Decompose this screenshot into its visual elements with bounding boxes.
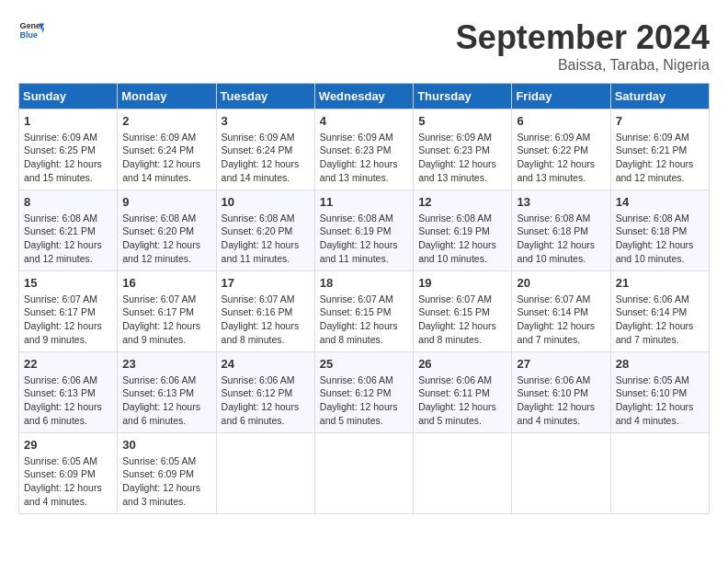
day-number: 7	[616, 113, 704, 130]
calendar-cell	[512, 433, 610, 514]
day-number: 26	[418, 356, 506, 373]
calendar-cell: 29Sunrise: 6:05 AMSunset: 6:09 PMDayligh…	[19, 433, 118, 514]
header-day-monday: Monday	[118, 84, 216, 109]
day-info: Sunrise: 6:09 AMSunset: 6:24 PMDaylight:…	[222, 132, 300, 184]
calendar-cell: 18Sunrise: 6:07 AMSunset: 6:15 PMDayligh…	[314, 271, 413, 352]
day-number: 22	[24, 356, 112, 373]
day-number: 29	[24, 437, 112, 454]
day-number: 12	[418, 194, 506, 211]
calendar-cell: 1Sunrise: 6:09 AMSunset: 6:25 PMDaylight…	[19, 109, 118, 190]
day-info: Sunrise: 6:08 AMSunset: 6:19 PMDaylight:…	[320, 213, 398, 265]
day-number: 16	[122, 275, 210, 292]
svg-text:Blue: Blue	[19, 30, 38, 40]
day-info: Sunrise: 6:09 AMSunset: 6:21 PMDaylight:…	[616, 132, 694, 184]
calendar-cell: 25Sunrise: 6:06 AMSunset: 6:12 PMDayligh…	[314, 352, 413, 433]
header-day-sunday: Sunday	[19, 84, 118, 109]
calendar-cell: 17Sunrise: 6:07 AMSunset: 6:16 PMDayligh…	[216, 271, 314, 352]
logo-icon: General Blue	[18, 18, 44, 44]
calendar-cell	[314, 433, 413, 514]
calendar-body: 1Sunrise: 6:09 AMSunset: 6:25 PMDaylight…	[19, 109, 710, 514]
day-info: Sunrise: 6:05 AMSunset: 6:10 PMDaylight:…	[616, 374, 694, 427]
calendar-cell: 22Sunrise: 6:06 AMSunset: 6:13 PMDayligh…	[19, 352, 118, 433]
calendar-cell: 6Sunrise: 6:09 AMSunset: 6:22 PMDaylight…	[512, 109, 610, 190]
calendar-cell	[610, 433, 709, 514]
day-info: Sunrise: 6:07 AMSunset: 6:16 PMDaylight:…	[222, 293, 300, 346]
day-info: Sunrise: 6:06 AMSunset: 6:13 PMDaylight:…	[24, 374, 102, 427]
calendar-cell: 8Sunrise: 6:08 AMSunset: 6:21 PMDaylight…	[19, 190, 118, 271]
calendar-cell: 28Sunrise: 6:05 AMSunset: 6:10 PMDayligh…	[610, 352, 709, 433]
calendar-cell: 2Sunrise: 6:09 AMSunset: 6:24 PMDaylight…	[118, 109, 216, 190]
calendar-cell: 19Sunrise: 6:07 AMSunset: 6:15 PMDayligh…	[414, 271, 512, 352]
day-number: 10	[222, 194, 310, 211]
calendar-cell: 26Sunrise: 6:06 AMSunset: 6:11 PMDayligh…	[414, 352, 512, 433]
day-info: Sunrise: 6:09 AMSunset: 6:23 PMDaylight:…	[418, 132, 496, 184]
day-number: 4	[320, 113, 408, 130]
calendar-cell: 21Sunrise: 6:06 AMSunset: 6:14 PMDayligh…	[610, 271, 709, 352]
day-number: 28	[616, 356, 704, 373]
day-number: 3	[222, 113, 310, 130]
calendar-cell: 10Sunrise: 6:08 AMSunset: 6:20 PMDayligh…	[216, 190, 314, 271]
calendar-table: SundayMondayTuesdayWednesdayThursdayFrid…	[18, 83, 710, 514]
day-info: Sunrise: 6:07 AMSunset: 6:15 PMDaylight:…	[320, 293, 398, 346]
calendar-cell: 12Sunrise: 6:08 AMSunset: 6:19 PMDayligh…	[414, 190, 512, 271]
calendar-cell	[216, 433, 314, 514]
day-info: Sunrise: 6:06 AMSunset: 6:11 PMDaylight:…	[418, 374, 496, 427]
day-number: 1	[24, 113, 112, 130]
day-info: Sunrise: 6:06 AMSunset: 6:12 PMDaylight:…	[222, 374, 300, 427]
day-number: 13	[517, 194, 605, 211]
calendar-cell: 23Sunrise: 6:06 AMSunset: 6:13 PMDayligh…	[118, 352, 216, 433]
calendar-header: SundayMondayTuesdayWednesdayThursdayFrid…	[19, 84, 710, 109]
calendar-cell: 4Sunrise: 6:09 AMSunset: 6:23 PMDaylight…	[314, 109, 413, 190]
week-row-5: 29Sunrise: 6:05 AMSunset: 6:09 PMDayligh…	[19, 433, 710, 514]
calendar-cell: 14Sunrise: 6:08 AMSunset: 6:18 PMDayligh…	[610, 190, 709, 271]
logo: General Blue	[18, 18, 44, 44]
day-info: Sunrise: 6:08 AMSunset: 6:19 PMDaylight:…	[418, 213, 496, 265]
calendar-cell: 7Sunrise: 6:09 AMSunset: 6:21 PMDaylight…	[610, 109, 709, 190]
calendar-cell: 15Sunrise: 6:07 AMSunset: 6:17 PMDayligh…	[19, 271, 118, 352]
day-number: 15	[24, 275, 112, 292]
day-info: Sunrise: 6:08 AMSunset: 6:21 PMDaylight:…	[24, 213, 102, 265]
header-row: SundayMondayTuesdayWednesdayThursdayFrid…	[19, 84, 710, 109]
calendar-cell: 9Sunrise: 6:08 AMSunset: 6:20 PMDaylight…	[118, 190, 216, 271]
calendar-cell: 27Sunrise: 6:06 AMSunset: 6:10 PMDayligh…	[512, 352, 610, 433]
week-row-3: 15Sunrise: 6:07 AMSunset: 6:17 PMDayligh…	[19, 271, 710, 352]
day-info: Sunrise: 6:06 AMSunset: 6:13 PMDaylight:…	[122, 374, 200, 427]
header-day-friday: Friday	[512, 84, 610, 109]
day-info: Sunrise: 6:06 AMSunset: 6:12 PMDaylight:…	[320, 374, 398, 427]
week-row-2: 8Sunrise: 6:08 AMSunset: 6:21 PMDaylight…	[19, 190, 710, 271]
calendar-cell: 5Sunrise: 6:09 AMSunset: 6:23 PMDaylight…	[414, 109, 512, 190]
calendar-cell: 20Sunrise: 6:07 AMSunset: 6:14 PMDayligh…	[512, 271, 610, 352]
calendar-cell: 11Sunrise: 6:08 AMSunset: 6:19 PMDayligh…	[314, 190, 413, 271]
day-info: Sunrise: 6:08 AMSunset: 6:18 PMDaylight:…	[616, 213, 694, 265]
day-number: 14	[616, 194, 704, 211]
day-number: 17	[222, 275, 310, 292]
day-info: Sunrise: 6:05 AMSunset: 6:09 PMDaylight:…	[122, 455, 200, 508]
calendar-title: September 2024	[456, 18, 710, 57]
day-info: Sunrise: 6:08 AMSunset: 6:20 PMDaylight:…	[122, 213, 200, 265]
week-row-4: 22Sunrise: 6:06 AMSunset: 6:13 PMDayligh…	[19, 352, 710, 433]
day-number: 11	[320, 194, 408, 211]
week-row-1: 1Sunrise: 6:09 AMSunset: 6:25 PMDaylight…	[19, 109, 710, 190]
day-number: 21	[616, 275, 704, 292]
calendar-cell: 24Sunrise: 6:06 AMSunset: 6:12 PMDayligh…	[216, 352, 314, 433]
day-info: Sunrise: 6:09 AMSunset: 6:22 PMDaylight:…	[517, 132, 595, 184]
day-info: Sunrise: 6:06 AMSunset: 6:10 PMDaylight:…	[517, 374, 595, 427]
day-number: 23	[122, 356, 210, 373]
calendar-cell: 16Sunrise: 6:07 AMSunset: 6:17 PMDayligh…	[118, 271, 216, 352]
header-day-tuesday: Tuesday	[216, 84, 314, 109]
day-number: 2	[122, 113, 210, 130]
day-number: 27	[517, 356, 605, 373]
day-number: 24	[222, 356, 310, 373]
day-info: Sunrise: 6:08 AMSunset: 6:18 PMDaylight:…	[517, 213, 595, 265]
calendar-cell: 3Sunrise: 6:09 AMSunset: 6:24 PMDaylight…	[216, 109, 314, 190]
day-number: 8	[24, 194, 112, 211]
page-header: General Blue September 2024 Baissa, Tara…	[18, 18, 710, 74]
day-info: Sunrise: 6:07 AMSunset: 6:15 PMDaylight:…	[418, 293, 496, 346]
day-number: 30	[122, 437, 210, 454]
title-section: September 2024 Baissa, Taraba, Nigeria	[456, 18, 710, 74]
calendar-subtitle: Baissa, Taraba, Nigeria	[456, 57, 710, 74]
day-info: Sunrise: 6:07 AMSunset: 6:17 PMDaylight:…	[24, 293, 102, 346]
day-info: Sunrise: 6:09 AMSunset: 6:23 PMDaylight:…	[320, 132, 398, 184]
day-number: 9	[122, 194, 210, 211]
header-day-wednesday: Wednesday	[314, 84, 413, 109]
